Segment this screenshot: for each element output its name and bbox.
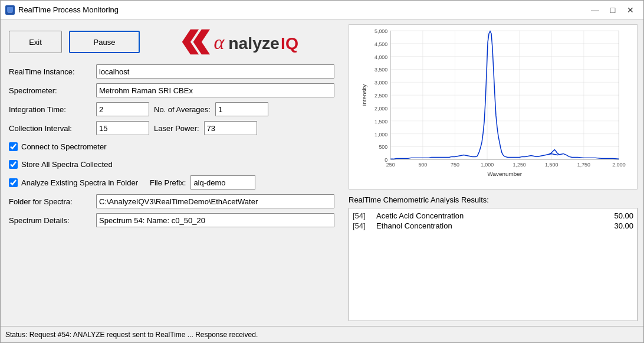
svg-text:nalyze: nalyze (228, 34, 280, 53)
header-row: Exit Pause α nalyze IQ (9, 27, 334, 57)
svg-text:1,500: 1,500 (545, 162, 558, 168)
file-prefix-label: File Prefix: (150, 178, 186, 187)
averages-input[interactable] (215, 102, 268, 116)
analyze-row: Analyze Existing Spectra in Folder File … (9, 175, 334, 190)
laser-label: Laser Power: (154, 124, 199, 133)
svg-text:1,000: 1,000 (374, 132, 387, 138)
svg-text:1,250: 1,250 (513, 162, 526, 168)
svg-text:5,000: 5,000 (374, 28, 387, 34)
connect-checkbox[interactable] (9, 142, 18, 151)
result-name-1: Ethanol Concentration (376, 221, 604, 230)
svg-text:1,000: 1,000 (481, 162, 494, 168)
integration-row: Integration Time: No. of Averages: (9, 102, 334, 116)
averages-label: No. of Averages: (154, 105, 211, 114)
svg-text:1,500: 1,500 (374, 119, 387, 125)
svg-text:α: α (214, 31, 225, 53)
averages-group: No. of Averages: (154, 102, 334, 116)
svg-text:3,500: 3,500 (374, 67, 387, 73)
minimize-button[interactable]: — (587, 4, 603, 17)
window-controls: — □ ✕ (587, 4, 639, 17)
analyzeiq-logo: α nalyze IQ (179, 27, 302, 57)
spectrum-label: Spectrum Details: (9, 216, 91, 225)
logo-container: α nalyze IQ (147, 27, 334, 57)
main-window: RealTime Process Monitoring — □ ✕ Exit P… (0, 0, 644, 343)
chart-container: 5,000 4,500 4,000 3,500 3,000 2,500 2,00… (349, 24, 638, 190)
svg-rect-2 (8, 12, 12, 12)
svg-text:2,000: 2,000 (374, 106, 387, 112)
spectrometer-row: Spectrometer: (9, 83, 334, 97)
result-name-0: Acetic Acid Concentration (376, 211, 604, 220)
collection-label: Collection Interval: (9, 124, 91, 133)
laser-group: Laser Power: (154, 121, 334, 135)
svg-text:1,750: 1,750 (577, 162, 590, 168)
svg-text:500: 500 (418, 162, 427, 168)
connect-label: Connect to Spectrometer (21, 142, 107, 151)
close-button[interactable]: ✕ (622, 4, 639, 17)
analyze-checkbox[interactable] (9, 178, 18, 187)
folder-row: Folder for Spectra: (9, 194, 334, 208)
svg-text:500: 500 (379, 144, 387, 150)
svg-text:Wavenumber: Wavenumber (488, 171, 523, 177)
svg-text:2,000: 2,000 (612, 162, 625, 168)
svg-text:4,000: 4,000 (374, 54, 387, 60)
store-checkbox[interactable] (9, 160, 18, 169)
window-title: RealTime Process Monitoring (18, 5, 587, 14)
title-bar: RealTime Process Monitoring — □ ✕ (1, 1, 643, 19)
status-text: Status: Request #54: ANALYZE request sen… (5, 331, 258, 339)
maximize-button[interactable]: □ (604, 4, 621, 17)
result-row-0: [54] Acetic Acid Concentration 50.00 (353, 211, 633, 221)
connect-checkbox-row: Connect to Spectrometer (9, 140, 334, 153)
spectrometer-input[interactable] (96, 83, 334, 97)
spectrometer-label: Spectrometer: (9, 86, 91, 95)
main-content: Exit Pause α nalyze IQ (1, 19, 643, 326)
app-icon (5, 5, 15, 15)
realtime-input[interactable] (96, 64, 334, 79)
results-box: [54] Acetic Acid Concentration 50.00 [54… (349, 208, 638, 321)
left-panel: Exit Pause α nalyze IQ (1, 19, 343, 326)
analyze-label: Analyze Existing Spectra in Folder (21, 178, 138, 187)
integration-label: Integration Time: (9, 105, 91, 114)
folder-label: Folder for Spectra: (9, 197, 91, 206)
result-row-1: [54] Ethanol Concentration 30.00 (353, 221, 633, 231)
realtime-label: RealTime Instance: (9, 67, 91, 76)
store-label: Store All Spectra Collected (21, 160, 113, 169)
integration-input[interactable] (96, 102, 149, 116)
svg-text:3,000: 3,000 (374, 80, 387, 86)
svg-text:750: 750 (451, 162, 459, 168)
analyze-checkbox-row: Analyze Existing Spectra in Folder (9, 176, 138, 189)
spectrum-row: Spectrum Details: (9, 213, 334, 227)
exit-button[interactable]: Exit (9, 31, 62, 53)
svg-text:2,500: 2,500 (374, 93, 387, 99)
store-checkbox-row: Store All Spectra Collected (9, 158, 334, 171)
laser-input[interactable] (204, 121, 257, 135)
svg-text:4,500: 4,500 (374, 41, 387, 47)
svg-rect-1 (7, 7, 13, 12)
result-index-1: [54] (353, 221, 376, 230)
file-prefix-input[interactable] (190, 175, 255, 190)
spectrum-input[interactable] (96, 213, 334, 227)
realtime-row: RealTime Instance: (9, 64, 334, 79)
svg-text:IQ: IQ (281, 34, 298, 53)
result-index-0: [54] (353, 211, 376, 220)
folder-input[interactable] (96, 194, 334, 208)
svg-text:250: 250 (386, 162, 395, 168)
svg-text:Intensity: Intensity (361, 84, 367, 106)
spectrum-chart: 5,000 4,500 4,000 3,500 3,000 2,500 2,00… (349, 25, 637, 189)
results-title: RealTime Chemometric Analysis Results: (349, 195, 638, 204)
result-value-1: 30.00 (604, 221, 633, 230)
status-bar: Status: Request #54: ANALYZE request sen… (1, 326, 643, 342)
result-value-0: 50.00 (604, 211, 633, 220)
collection-row: Collection Interval: Laser Power: (9, 121, 334, 135)
pause-button[interactable]: Pause (69, 31, 140, 53)
right-panel: 5,000 4,500 4,000 3,500 3,000 2,500 2,00… (343, 19, 643, 326)
collection-input[interactable] (96, 121, 149, 135)
